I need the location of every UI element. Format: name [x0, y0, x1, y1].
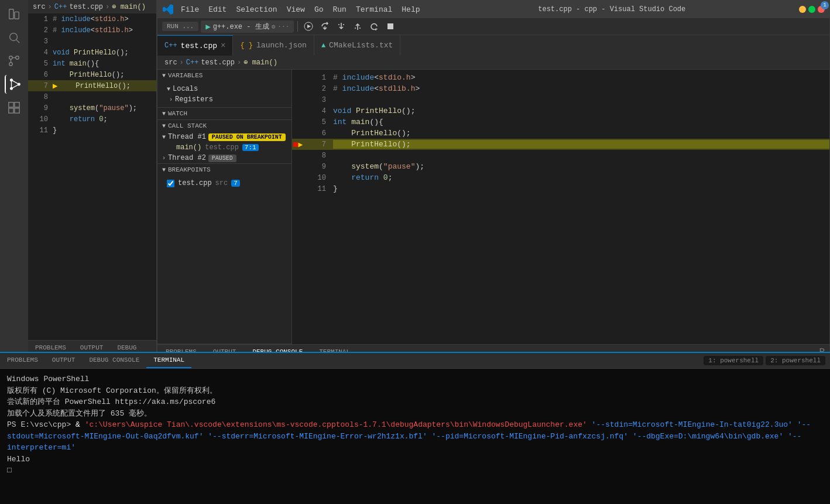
term-tab-terminal[interactable]: TERMINAL — [146, 353, 191, 368]
breadcrumb-file: test.cpp — [69, 3, 103, 11]
code-text-1: # include<stdio.h> — [333, 73, 415, 82]
tab-cmakelists[interactable]: ▲ CMakeLists.txt — [314, 35, 400, 56]
menu-help[interactable]: Help — [397, 3, 424, 16]
variables-header[interactable]: ▼ VARIABLES — [157, 70, 291, 81]
svg-marker-18 — [307, 25, 311, 28]
tab-test-cpp-label: test.cpp — [181, 42, 217, 50]
breakpoints-section: ▼ BREAKPOINTS test.cpp src 7 — [157, 164, 291, 344]
code-text-6: PrintHello(); — [333, 129, 411, 138]
step-out-button[interactable] — [351, 19, 365, 33]
minimize-button[interactable] — [799, 6, 806, 13]
term-tab-problems[interactable]: PROBLEMS — [0, 353, 45, 368]
left-code-line-3: 3 — [28, 36, 156, 47]
menu-view[interactable]: View — [282, 3, 310, 16]
svg-rect-13 — [9, 108, 13, 113]
app-root: 1 src › C++ test.cpp › ⊕ main() — [0, 0, 830, 504]
svg-rect-1 — [15, 12, 19, 19]
editor-line-9: 9 system("pause"); — [292, 161, 829, 172]
watch-header[interactable]: ▼ WATCH — [157, 108, 291, 119]
term-line-6: 加载个人及系统配置文件用了 635 毫秒。 — [7, 408, 823, 420]
breadcrumb-sep1: › — [180, 59, 184, 67]
left-code-editor: 1 # include<stdio.h> 2 # include<stdlib.… — [28, 13, 156, 340]
left-code-line-7: 7 ▶ PrintHello(); — [28, 80, 156, 91]
left-code-line-11: 11 } — [28, 125, 156, 136]
menu-file[interactable]: File — [176, 3, 204, 16]
menu-edit[interactable]: Edit — [204, 3, 231, 16]
breakpoints-header[interactable]: ▼ BREAKPOINTS — [157, 164, 291, 176]
breadcrumb-src: src — [164, 59, 177, 67]
current-line-arrow: ▶ — [53, 81, 57, 91]
run-configuration[interactable]: RUN ... — [162, 22, 198, 31]
variables-content: ▼ Locals › Registers — [157, 81, 291, 107]
breadcrumb-sep1: › — [48, 3, 52, 11]
menu-selection[interactable]: Selection — [231, 3, 282, 16]
code-text-5: int main(){ — [333, 118, 383, 126]
menu-go[interactable]: Go — [310, 3, 328, 16]
breadcrumb-cpp: C++ — [54, 3, 67, 11]
frame-func-name: main() — [176, 143, 201, 152]
source-control-icon[interactable] — [5, 52, 23, 70]
editor-line-5: 5 int main(){ — [292, 116, 829, 128]
editor-lines: 1 # include<stdio.h> 2 # include<stdlib.… — [292, 70, 829, 344]
menubar: File Edit Selection View Go Run Terminal… — [176, 3, 425, 16]
step-into-button[interactable] — [334, 19, 348, 33]
left-code-line-1: 1 # include<stdio.h> — [28, 13, 156, 25]
svg-point-5 — [16, 56, 19, 60]
terminal-main-content: Windows PowerShell 版权所有 (C) Microsoft Co… — [0, 369, 830, 504]
menu-terminal[interactable]: Terminal — [351, 3, 397, 16]
call-frame-main[interactable]: main() test.cpp 7:1 — [157, 142, 291, 153]
call-stack-chevron: ▼ — [162, 123, 166, 129]
maximize-button[interactable] — [808, 6, 815, 13]
vscode-logo — [162, 4, 174, 15]
editor-line-11: 11 } — [292, 183, 829, 194]
code-editor: 1 # include<stdio.h> 2 # include<stdlib.… — [292, 70, 829, 344]
continue-button[interactable] — [301, 19, 315, 33]
run-config-more: ··· — [277, 23, 289, 30]
svg-point-8 — [11, 88, 13, 90]
cpp-icon: C++ — [164, 42, 177, 50]
terminal-tabs: PROBLEMS OUTPUT DEBUG CONSOLE TERMINAL 1… — [0, 353, 830, 369]
thread-2-item[interactable]: › Thread #2 PAUSED — [157, 153, 291, 163]
toolbar-separator — [297, 21, 298, 32]
tab-test-cpp[interactable]: C++ test.cpp × — [157, 35, 233, 56]
run-config-detail[interactable]: ▶ g++.exe - 生成 ⚙ ··· — [201, 20, 294, 33]
term-instance-1[interactable]: 1: powershell — [704, 356, 763, 365]
frame-line-badge: 7:1 — [242, 144, 259, 151]
thread-2-label: Thread #2 — [168, 154, 206, 162]
term-line-1: Windows PowerShell — [7, 373, 823, 385]
tab-launch-json[interactable]: { } launch.json — [233, 35, 314, 56]
left-code-line-5: 5 int main(){ — [28, 58, 156, 69]
call-stack-label: CALL STACK — [168, 122, 207, 129]
stop-button[interactable] — [383, 19, 397, 33]
step-over-button[interactable] — [318, 19, 332, 33]
menu-run[interactable]: Run — [328, 3, 351, 16]
debug-icon[interactable]: 1 — [5, 75, 23, 94]
breakpoints-chevron: ▼ — [162, 167, 166, 173]
term-tab-output[interactable]: OUTPUT — [45, 353, 83, 368]
explorer-icon[interactable] — [5, 5, 23, 23]
locals-item[interactable]: ▼ Locals — [157, 84, 291, 94]
term-tab-debug-console[interactable]: DEBUG CONSOLE — [82, 353, 146, 368]
breadcrumb-cpp-icon: C++ — [186, 59, 199, 67]
editor-line-7: ▶ 7 PrintHello(); — [292, 139, 829, 150]
breakpoint-item-1[interactable]: test.cpp src 7 — [162, 178, 287, 188]
editor-line-1: 1 # include<stdio.h> — [292, 72, 829, 83]
run-config-text: g++.exe - 生成 — [213, 22, 269, 32]
extensions-icon[interactable] — [5, 98, 23, 117]
svg-point-2 — [10, 33, 18, 41]
thread-1-item[interactable]: ▼ Thread #1 PAUSED ON BREAKPOINT — [157, 132, 291, 142]
breakpoint-checkbox[interactable] — [167, 180, 174, 187]
call-stack-header[interactable]: ▼ CALL STACK — [157, 120, 291, 132]
tab-test-cpp-close[interactable]: × — [221, 41, 225, 50]
term-instance-2[interactable]: 2: powershell — [766, 356, 825, 365]
registers-item[interactable]: › Registers — [157, 94, 291, 105]
svg-rect-0 — [9, 9, 13, 19]
search-icon[interactable] — [5, 28, 23, 47]
left-code-line-8: 8 — [28, 91, 156, 102]
watch-section: ▼ WATCH — [157, 108, 291, 120]
variables-label: VARIABLES — [168, 72, 203, 79]
svg-rect-26 — [387, 23, 393, 29]
vscode-titlebar: File Edit Selection View Go Run Terminal… — [157, 1, 829, 18]
restart-button[interactable] — [367, 19, 381, 33]
term-line-4: 尝试新的跨平台 PowerShell https://aka.ms/pscore… — [7, 396, 823, 408]
